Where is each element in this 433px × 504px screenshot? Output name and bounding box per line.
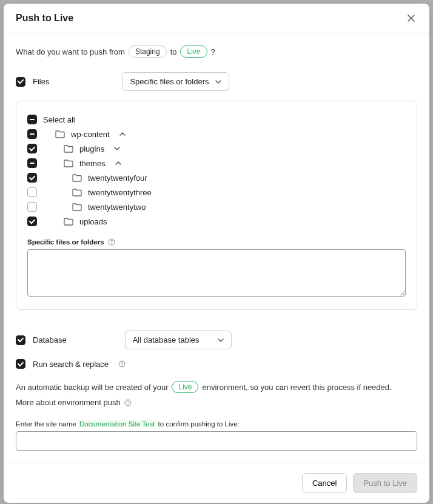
question-prefix: What do you want to push from [16, 47, 125, 56]
svg-point-1 [111, 243, 112, 244]
twentythree-checkbox[interactable] [27, 187, 37, 197]
files-checkbox[interactable] [16, 77, 25, 87]
cancel-button[interactable]: Cancel [302, 473, 347, 493]
confirm-site-input[interactable] [16, 431, 417, 451]
tree-row-twentytwo: twentytwentytwo [27, 200, 406, 214]
chevron-down-icon[interactable] [114, 146, 120, 152]
files-label: Files [33, 77, 49, 86]
folder-icon [72, 188, 82, 197]
wp-content-label: wp-content [71, 130, 110, 139]
modal-title: Push to Live [16, 13, 73, 24]
specific-files-textarea[interactable] [27, 249, 406, 297]
folder-icon [72, 203, 82, 211]
select-all-checkbox[interactable] [27, 115, 37, 124]
env-pill-live: Live [172, 381, 198, 393]
push-to-live-modal: Push to Live What do you want to push fr… [4, 4, 429, 503]
chevron-up-icon[interactable] [119, 131, 126, 137]
files-scope-value: Specific files or folders [130, 77, 209, 86]
tree-row-uploads: uploads [27, 214, 406, 229]
twentyfour-label: twentytwentyfour [88, 173, 147, 183]
confirm-site-name: Documentation Site Test [78, 420, 156, 428]
database-label: Database [33, 335, 67, 344]
close-icon [408, 15, 415, 22]
twentytwo-label: twentytwentytwo [88, 203, 146, 212]
push-to-live-button[interactable]: Push to Live [353, 473, 417, 493]
help-icon[interactable] [118, 360, 126, 368]
tree-row-plugins: plugins [27, 141, 406, 156]
backup-prefix: An automatic backup will be created of y… [16, 383, 168, 392]
push-question: What do you want to push from Staging to… [16, 45, 417, 58]
search-replace-label: Run search & replace [33, 360, 109, 369]
modal-footer: Cancel Push to Live [4, 463, 429, 503]
folder-icon [55, 130, 65, 138]
search-replace-row: Run search & replace [16, 359, 417, 369]
tree-row-twentythree: twentytwentythree [27, 185, 406, 200]
chevron-down-icon [218, 337, 224, 343]
wp-content-checkbox[interactable] [27, 129, 37, 139]
tree-row-themes: themes [27, 156, 406, 170]
question-suffix: ? [211, 47, 215, 56]
modal-body: What do you want to push from Staging to… [4, 33, 429, 463]
folder-icon [64, 159, 73, 167]
plugins-label: plugins [79, 144, 104, 153]
select-all-label: Select all [43, 115, 75, 124]
uploads-checkbox[interactable] [27, 217, 37, 226]
search-replace-checkbox[interactable] [16, 359, 25, 369]
tree-row-select-all: Select all [27, 112, 406, 127]
database-scope-select[interactable]: All database tables [125, 331, 232, 349]
backup-info: An automatic backup will be created of y… [16, 381, 417, 393]
help-icon [124, 399, 132, 406]
backup-suffix: environment, so you can revert this proc… [202, 383, 391, 392]
env-pill-live: Live [180, 45, 207, 58]
more-about-link[interactable]: More about environment push [16, 398, 417, 407]
folder-icon [72, 173, 82, 182]
question-middle: to [170, 47, 177, 56]
chevron-down-icon [215, 79, 221, 85]
files-scope-select[interactable]: Specific files or folders [122, 72, 229, 91]
database-scope-value: All database tables [133, 335, 200, 344]
chevron-up-icon[interactable] [115, 160, 121, 166]
svg-point-3 [121, 365, 122, 366]
plugins-checkbox[interactable] [27, 144, 37, 153]
help-icon[interactable] [108, 238, 115, 246]
themes-checkbox[interactable] [27, 158, 37, 168]
twentythree-label: twentytwentythree [88, 188, 152, 197]
close-button[interactable] [405, 12, 417, 24]
database-checkbox[interactable] [16, 335, 25, 345]
file-tree-panel: Select all wp-content plugins [16, 101, 417, 310]
svg-point-5 [127, 404, 128, 405]
themes-label: themes [79, 159, 106, 168]
folder-icon [64, 217, 73, 226]
specific-files-label: Specific files or folders [27, 238, 406, 246]
database-section-row: Database All database tables [16, 331, 417, 349]
files-section-row: Files Specific files or folders [16, 72, 417, 91]
twentyfour-checkbox[interactable] [27, 173, 37, 183]
uploads-label: uploads [79, 217, 107, 226]
tree-row-twentyfour: twentytwentyfour [27, 170, 406, 185]
modal-header: Push to Live [4, 4, 429, 33]
tree-row-wp-content: wp-content [27, 127, 406, 141]
env-pill-staging: Staging [129, 45, 167, 58]
twentytwo-checkbox[interactable] [27, 202, 37, 212]
confirm-label: Enter the site name Documentation Site T… [16, 420, 417, 428]
folder-icon [64, 144, 73, 153]
